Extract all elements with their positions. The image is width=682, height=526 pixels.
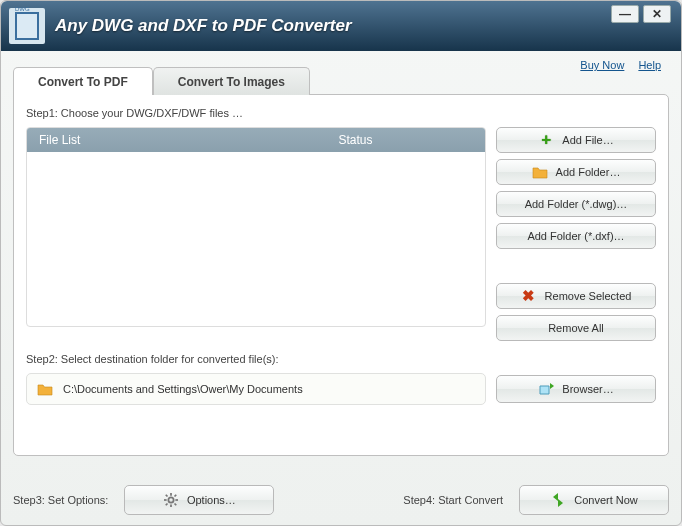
tab-convert-to-pdf[interactable]: Convert To PDF bbox=[13, 67, 153, 95]
convert-now-button[interactable]: Convert Now bbox=[519, 485, 669, 515]
app-title: Any DWG and DXF to PDF Converter bbox=[55, 16, 352, 36]
minimize-button[interactable]: — bbox=[611, 5, 639, 23]
add-folder-dwg-label: Add Folder (*.dwg)… bbox=[525, 198, 628, 210]
column-status: Status bbox=[338, 133, 372, 147]
title-bar: Any DWG and DXF to PDF Converter — ✕ bbox=[1, 1, 681, 51]
remove-selected-button[interactable]: ✖ Remove Selected bbox=[496, 283, 656, 309]
column-file-list: File List bbox=[27, 133, 338, 147]
svg-line-7 bbox=[166, 504, 168, 506]
plus-icon: + bbox=[538, 132, 554, 148]
add-folder-dwg-button[interactable]: Add Folder (*.dwg)… bbox=[496, 191, 656, 217]
folder-open-icon bbox=[37, 381, 53, 397]
step1-label: Step1: Choose your DWG/DXF/DWF files … bbox=[26, 107, 656, 119]
main-panel: Step1: Choose your DWG/DXF/DWF files … F… bbox=[13, 94, 669, 456]
options-label: Options… bbox=[187, 494, 236, 506]
tab-bar: Convert To PDF Convert To Images bbox=[13, 67, 669, 95]
close-button[interactable]: ✕ bbox=[643, 5, 671, 23]
remove-selected-label: Remove Selected bbox=[545, 290, 632, 302]
destination-path-text: C:\Documents and Settings\Ower\My Docume… bbox=[63, 383, 303, 395]
app-icon bbox=[9, 8, 45, 44]
x-icon: ✖ bbox=[521, 288, 537, 304]
svg-point-0 bbox=[168, 497, 173, 502]
add-folder-dxf-label: Add Folder (*.dxf)… bbox=[527, 230, 624, 242]
add-folder-label: Add Folder… bbox=[556, 166, 621, 178]
gear-icon bbox=[163, 492, 179, 508]
remove-all-button[interactable]: Remove All bbox=[496, 315, 656, 341]
folder-icon bbox=[532, 164, 548, 180]
browse-icon bbox=[538, 381, 554, 397]
convert-icon bbox=[550, 492, 566, 508]
step3-label: Step3: Set Options: bbox=[13, 494, 108, 506]
svg-line-5 bbox=[166, 495, 168, 497]
svg-line-6 bbox=[174, 504, 176, 506]
remove-all-label: Remove All bbox=[548, 322, 604, 334]
tab-convert-to-images[interactable]: Convert To Images bbox=[153, 67, 310, 95]
add-folder-dxf-button[interactable]: Add Folder (*.dxf)… bbox=[496, 223, 656, 249]
file-list-header: File List Status bbox=[27, 128, 485, 152]
browser-label: Browser… bbox=[562, 383, 613, 395]
add-file-label: Add File… bbox=[562, 134, 613, 146]
app-window: Any DWG and DXF to PDF Converter — ✕ Buy… bbox=[0, 0, 682, 526]
add-file-button[interactable]: + Add File… bbox=[496, 127, 656, 153]
destination-path: C:\Documents and Settings\Ower\My Docume… bbox=[26, 373, 486, 405]
convert-now-label: Convert Now bbox=[574, 494, 638, 506]
add-folder-button[interactable]: Add Folder… bbox=[496, 159, 656, 185]
file-list[interactable]: File List Status bbox=[26, 127, 486, 327]
step2-label: Step2: Select destination folder for con… bbox=[26, 353, 656, 365]
browser-button[interactable]: Browser… bbox=[496, 375, 656, 403]
svg-line-8 bbox=[174, 495, 176, 497]
options-button[interactable]: Options… bbox=[124, 485, 274, 515]
step4-label: Step4: Start Convert bbox=[403, 494, 503, 506]
